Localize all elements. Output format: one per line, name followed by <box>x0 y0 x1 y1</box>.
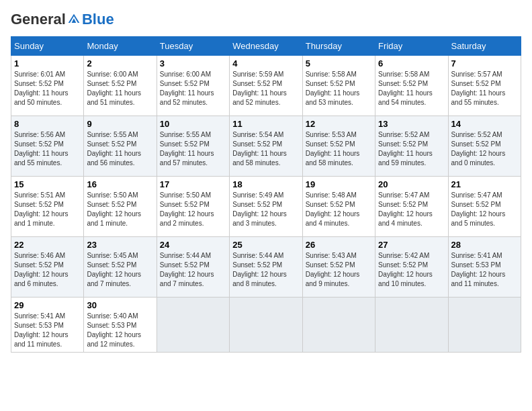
day-number: 14 <box>451 119 518 129</box>
calendar-cell: 2Sunrise: 6:00 AMSunset: 5:52 PMDaylight… <box>84 56 157 116</box>
day-number: 28 <box>451 240 518 250</box>
day-info: Sunrise: 5:44 AMSunset: 5:52 PMDaylight:… <box>232 251 299 289</box>
day-info: Sunrise: 5:47 AMSunset: 5:52 PMDaylight:… <box>378 191 445 228</box>
calendar-cell: 27Sunrise: 5:42 AMSunset: 5:52 PMDayligh… <box>375 237 448 298</box>
day-number: 9 <box>87 119 153 129</box>
calendar-cell: 21Sunrise: 5:47 AMSunset: 5:52 PMDayligh… <box>448 177 521 237</box>
day-number: 12 <box>306 119 372 129</box>
day-number: 25 <box>232 240 299 250</box>
day-number: 27 <box>378 240 445 250</box>
calendar-week-row: 22Sunrise: 5:46 AMSunset: 5:52 PMDayligh… <box>11 237 521 298</box>
day-number: 4 <box>232 58 299 68</box>
day-info: Sunrise: 5:52 AMSunset: 5:52 PMDaylight:… <box>378 130 445 168</box>
calendar-cell: 3Sunrise: 6:00 AMSunset: 5:52 PMDaylight… <box>157 56 229 116</box>
day-info: Sunrise: 6:00 AMSunset: 5:52 PMDaylight:… <box>87 70 153 107</box>
calendar-cell: 9Sunrise: 5:55 AMSunset: 5:52 PMDaylight… <box>84 116 157 177</box>
day-info: Sunrise: 5:58 AMSunset: 5:52 PMDaylight:… <box>378 70 445 107</box>
day-info: Sunrise: 5:57 AMSunset: 5:52 PMDaylight:… <box>451 70 518 107</box>
calendar-cell: 17Sunrise: 5:50 AMSunset: 5:52 PMDayligh… <box>157 177 229 237</box>
day-number: 23 <box>87 240 153 250</box>
calendar-cell: 13Sunrise: 5:52 AMSunset: 5:52 PMDayligh… <box>375 116 448 177</box>
calendar-cell: 26Sunrise: 5:43 AMSunset: 5:52 PMDayligh… <box>302 237 375 298</box>
calendar-cell <box>375 298 448 353</box>
calendar-cell: 10Sunrise: 5:55 AMSunset: 5:52 PMDayligh… <box>157 116 229 177</box>
calendar-cell: 22Sunrise: 5:46 AMSunset: 5:52 PMDayligh… <box>11 237 84 298</box>
day-number: 11 <box>232 119 299 129</box>
day-info: Sunrise: 5:48 AMSunset: 5:52 PMDaylight:… <box>306 191 372 228</box>
calendar-week-row: 1Sunrise: 6:01 AMSunset: 5:52 PMDaylight… <box>11 56 521 116</box>
day-info: Sunrise: 5:55 AMSunset: 5:52 PMDaylight:… <box>160 130 226 168</box>
day-number: 19 <box>306 179 372 189</box>
day-number: 7 <box>451 58 518 68</box>
logo-icon <box>67 13 81 26</box>
calendar-cell <box>302 298 375 353</box>
day-number: 2 <box>87 58 153 68</box>
calendar-header-row: SundayMondayTuesdayWednesdayThursdayFrid… <box>11 37 521 56</box>
calendar-cell: 15Sunrise: 5:51 AMSunset: 5:52 PMDayligh… <box>11 177 84 237</box>
calendar-cell: 11Sunrise: 5:54 AMSunset: 5:52 PMDayligh… <box>230 116 302 177</box>
day-info: Sunrise: 5:54 AMSunset: 5:52 PMDaylight:… <box>232 130 299 168</box>
day-info: Sunrise: 5:47 AMSunset: 5:52 PMDaylight:… <box>451 191 518 228</box>
calendar-cell: 12Sunrise: 5:53 AMSunset: 5:52 PMDayligh… <box>302 116 375 177</box>
page-header: General Blue <box>11 11 521 28</box>
day-number: 16 <box>87 179 153 189</box>
day-info: Sunrise: 5:43 AMSunset: 5:52 PMDaylight:… <box>306 251 372 289</box>
calendar-cell <box>448 298 521 353</box>
calendar-cell: 20Sunrise: 5:47 AMSunset: 5:52 PMDayligh… <box>375 177 448 237</box>
day-number: 30 <box>87 300 153 310</box>
day-info: Sunrise: 5:46 AMSunset: 5:52 PMDaylight:… <box>14 251 81 289</box>
day-number: 3 <box>160 58 226 68</box>
weekday-header: Wednesday <box>230 37 302 56</box>
calendar-cell: 14Sunrise: 5:52 AMSunset: 5:52 PMDayligh… <box>448 116 521 177</box>
day-number: 13 <box>378 119 445 129</box>
calendar-cell: 16Sunrise: 5:50 AMSunset: 5:52 PMDayligh… <box>84 177 157 237</box>
day-info: Sunrise: 5:40 AMSunset: 5:53 PMDaylight:… <box>87 312 153 349</box>
weekday-header: Thursday <box>302 37 375 56</box>
calendar-cell: 25Sunrise: 5:44 AMSunset: 5:52 PMDayligh… <box>230 237 302 298</box>
day-info: Sunrise: 5:42 AMSunset: 5:52 PMDaylight:… <box>378 251 445 289</box>
calendar-cell: 24Sunrise: 5:44 AMSunset: 5:52 PMDayligh… <box>157 237 229 298</box>
day-info: Sunrise: 6:01 AMSunset: 5:52 PMDaylight:… <box>14 70 81 107</box>
day-info: Sunrise: 5:41 AMSunset: 5:53 PMDaylight:… <box>451 251 518 289</box>
weekday-header: Sunday <box>11 37 84 56</box>
calendar-cell: 4Sunrise: 5:59 AMSunset: 5:52 PMDaylight… <box>230 56 302 116</box>
calendar-cell: 1Sunrise: 6:01 AMSunset: 5:52 PMDaylight… <box>11 56 84 116</box>
calendar-cell: 8Sunrise: 5:56 AMSunset: 5:52 PMDaylight… <box>11 116 84 177</box>
day-number: 8 <box>14 119 81 129</box>
calendar-cell: 30Sunrise: 5:40 AMSunset: 5:53 PMDayligh… <box>84 298 157 353</box>
day-info: Sunrise: 5:52 AMSunset: 5:52 PMDaylight:… <box>451 130 518 168</box>
day-number: 10 <box>160 119 226 129</box>
calendar-cell: 19Sunrise: 5:48 AMSunset: 5:52 PMDayligh… <box>302 177 375 237</box>
calendar-cell <box>230 298 302 353</box>
calendar-cell: 6Sunrise: 5:58 AMSunset: 5:52 PMDaylight… <box>375 56 448 116</box>
logo-general-text: General <box>11 11 66 28</box>
day-info: Sunrise: 5:58 AMSunset: 5:52 PMDaylight:… <box>306 70 372 107</box>
day-number: 1 <box>14 58 81 68</box>
day-info: Sunrise: 6:00 AMSunset: 5:52 PMDaylight:… <box>160 70 226 107</box>
day-number: 17 <box>160 179 226 189</box>
calendar-cell: 28Sunrise: 5:41 AMSunset: 5:53 PMDayligh… <box>448 237 521 298</box>
calendar-week-row: 15Sunrise: 5:51 AMSunset: 5:52 PMDayligh… <box>11 177 521 237</box>
day-info: Sunrise: 5:59 AMSunset: 5:52 PMDaylight:… <box>232 70 299 107</box>
day-number: 15 <box>14 179 81 189</box>
calendar-cell: 18Sunrise: 5:49 AMSunset: 5:52 PMDayligh… <box>230 177 302 237</box>
day-number: 6 <box>378 58 445 68</box>
day-number: 5 <box>306 58 372 68</box>
day-number: 21 <box>451 179 518 189</box>
day-number: 26 <box>306 240 372 250</box>
weekday-header: Monday <box>84 37 157 56</box>
day-info: Sunrise: 5:56 AMSunset: 5:52 PMDaylight:… <box>14 130 81 168</box>
day-number: 22 <box>14 240 81 250</box>
calendar-cell: 29Sunrise: 5:41 AMSunset: 5:53 PMDayligh… <box>11 298 84 353</box>
logo-blue-text: Blue <box>82 11 114 28</box>
calendar-week-row: 29Sunrise: 5:41 AMSunset: 5:53 PMDayligh… <box>11 298 521 353</box>
day-number: 18 <box>232 179 299 189</box>
weekday-header: Tuesday <box>157 37 229 56</box>
day-number: 20 <box>378 179 445 189</box>
day-info: Sunrise: 5:50 AMSunset: 5:52 PMDaylight:… <box>87 191 153 228</box>
day-info: Sunrise: 5:44 AMSunset: 5:52 PMDaylight:… <box>160 251 226 289</box>
logo: General Blue <box>11 11 114 28</box>
day-info: Sunrise: 5:51 AMSunset: 5:52 PMDaylight:… <box>14 191 81 228</box>
calendar-week-row: 8Sunrise: 5:56 AMSunset: 5:52 PMDaylight… <box>11 116 521 177</box>
day-info: Sunrise: 5:41 AMSunset: 5:53 PMDaylight:… <box>14 312 81 349</box>
